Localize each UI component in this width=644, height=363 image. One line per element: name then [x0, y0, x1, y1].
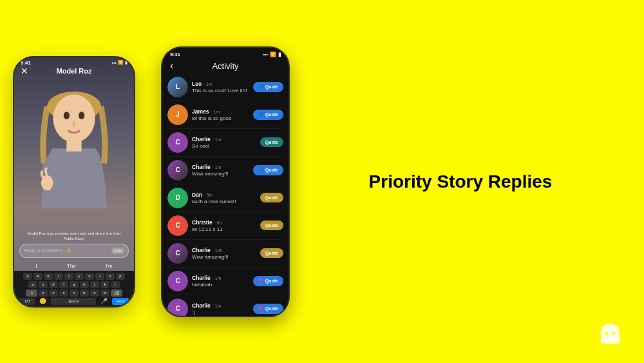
reply-placeholder: Reply to Model Roz [24, 248, 63, 253]
activity-content: Dan · 5msuch a nice sunset! [192, 191, 256, 204]
quote-button[interactable]: 💙Quote [253, 82, 283, 92]
phone1-status-icons: ▪▪▪ 🛜 ▮ [112, 60, 128, 65]
key-r[interactable]: r [54, 273, 63, 280]
emoji-icon[interactable]: 🙂 [39, 298, 46, 304]
key-v[interactable]: v [70, 289, 79, 297]
user-name: Christie [192, 219, 213, 226]
key-shift[interactable]: ⇧ [26, 289, 37, 297]
phone1-time: 9:41 [21, 60, 31, 66]
snapchat-ghost-logo [596, 321, 625, 350]
key-h[interactable]: h [80, 281, 89, 288]
quote-label: Quote [265, 195, 278, 200]
key-l[interactable]: l [111, 281, 120, 288]
quote-icon: 💙 [258, 84, 264, 90]
user-name: Charlie [192, 164, 211, 170]
quote-button[interactable]: Quote [260, 221, 283, 230]
reply-input-bar[interactable]: Reply to Model Roz 🔒 Gifts [19, 244, 129, 258]
key-delete[interactable]: ⌫ [111, 289, 122, 297]
key-t[interactable]: t [64, 273, 73, 280]
quote-icon: 💜 [258, 306, 264, 311]
close-button[interactable]: ✕ [21, 66, 28, 76]
mic-icon[interactable]: 🎤 [100, 298, 108, 304]
activity-content: Charlie · 1mWow amazing!!! [192, 164, 249, 177]
activity-time: · 1m [213, 165, 222, 170]
quote-label: Quote [265, 84, 278, 89]
key-m[interactable]: m [100, 289, 109, 297]
key-g[interactable]: g [70, 281, 79, 288]
key-space[interactable]: space [51, 298, 96, 305]
activity-message: such a nice sunset! [192, 199, 256, 204]
send-button[interactable]: send [112, 298, 129, 305]
activity-item: CCharlie · 1mWow amazing!!!💙Quote [167, 157, 283, 184]
quote-button[interactable]: Quote [260, 248, 283, 258]
key-p[interactable]: p [116, 273, 125, 280]
name-time-row: Charlie · 1m [192, 275, 249, 282]
activity-avatar: C [167, 132, 188, 153]
key-f[interactable]: f [59, 281, 68, 288]
activity-title: Activity [212, 61, 238, 71]
quote-button[interactable]: 💜Quote [253, 304, 283, 314]
key-a[interactable]: a [28, 281, 37, 288]
key-q[interactable]: q [23, 273, 32, 280]
activity-avatar: C [167, 271, 188, 291]
svg-point-3 [79, 112, 84, 119]
signal-icon: ▪▪▪ [112, 61, 117, 65]
quote-button[interactable]: 💙Quote [253, 165, 283, 175]
activity-avatar: L [167, 77, 188, 97]
quote-button[interactable]: Quote [260, 137, 283, 147]
key-i[interactable]: i [95, 273, 104, 280]
key-s[interactable]: s [39, 281, 48, 288]
svg-rect-4 [66, 139, 81, 152]
key-y[interactable]: y [75, 273, 84, 280]
key-numbers[interactable]: 123 [19, 298, 35, 305]
activity-avatar: C [167, 160, 188, 181]
word-suggestion-1[interactable]: I [35, 263, 37, 269]
activity-time: · 1m [211, 110, 220, 114]
key-c[interactable]: c [59, 289, 68, 297]
quote-button[interactable]: Quote [260, 193, 283, 202]
gifts-button[interactable]: Gifts [111, 248, 124, 254]
keyboard-row-3: ⇧ z x c v b n m ⌫ [15, 289, 133, 297]
word-suggestion-3[interactable]: I'm [106, 263, 112, 269]
battery-icon-2: ▮ [278, 52, 281, 57]
activity-message: lol 11:11 x 11 [192, 226, 256, 232]
key-d[interactable]: d [49, 281, 58, 288]
keyboard: q w e r t y u i o p a s d f g h [14, 271, 134, 306]
name-time-row: Leo · 1m [192, 81, 249, 88]
key-w[interactable]: w [33, 273, 43, 280]
activity-message: This is so cool! Love it!!! [192, 88, 249, 93]
keyboard-bottom-row: 123 🙂 space 🎤 send [15, 298, 133, 305]
svg-point-7 [612, 332, 616, 335]
activity-item: JJames · 1mlol this is so good💙Quote [167, 101, 283, 129]
quote-button[interactable]: 💙Quote [253, 110, 283, 120]
activity-item: DDan · 5msuch a nice sunset!Quote [167, 184, 283, 212]
activity-item: CChristie · 6hlol 11:11 x 11Quote [167, 212, 283, 240]
quote-icon: 💙 [258, 112, 264, 117]
activity-time: · 1m [213, 304, 222, 308]
key-z[interactable]: z [39, 289, 48, 297]
key-e[interactable]: e [44, 273, 53, 280]
back-button[interactable]: ‹ [170, 60, 173, 72]
key-o[interactable]: o [106, 273, 115, 280]
word-suggestion-2[interactable]: The [67, 263, 76, 269]
key-u[interactable]: u [85, 273, 94, 280]
activity-item: CCharlie · 12hWow amazing!!!Quote [167, 240, 283, 268]
key-x[interactable]: x [49, 289, 58, 297]
key-n[interactable]: n [90, 289, 99, 297]
keyboard-row-1: q w e r t y u i o p [15, 273, 133, 280]
activity-content: James · 1mlol this is so good [192, 108, 249, 121]
phone-2-device: 9:41 ▪▪▪ 🛜 ▮ ‹ Activity LLeo · 1mThis is… [161, 46, 290, 317]
quote-icon: 💙 [258, 168, 264, 173]
quote-button[interactable]: 💜Quote [253, 276, 283, 286]
key-j[interactable]: j [90, 281, 99, 288]
phone1-status-bar: 9:41 ▪▪▪ 🛜 ▮ [14, 57, 134, 67]
svg-point-2 [64, 112, 70, 119]
user-name: Charlie [192, 247, 211, 253]
user-name: Charlie [192, 275, 211, 281]
ghost-svg [596, 321, 625, 350]
name-time-row: Charlie · 1m [192, 302, 249, 309]
key-k[interactable]: k [100, 281, 109, 288]
activity-content: Christie · 6hlol 11:11 x 11 [192, 219, 256, 232]
user-name: James [192, 108, 209, 115]
key-b[interactable]: b [80, 289, 89, 297]
